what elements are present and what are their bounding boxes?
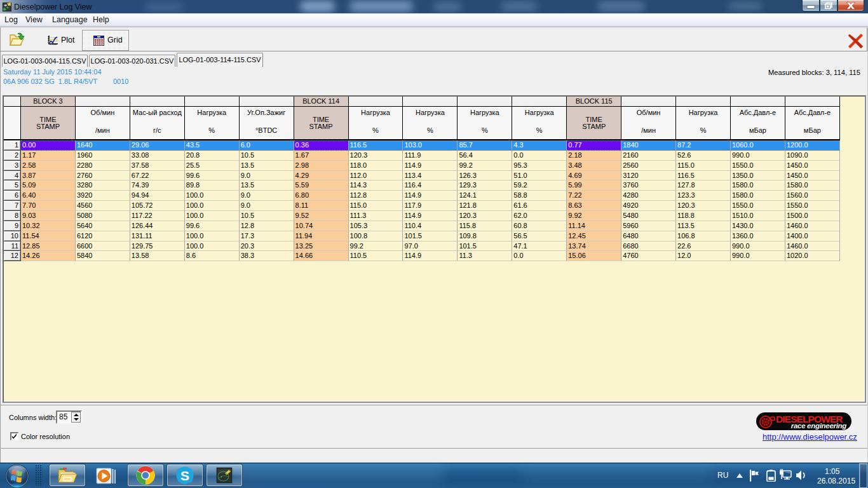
svg-text:S: S — [180, 468, 189, 483]
